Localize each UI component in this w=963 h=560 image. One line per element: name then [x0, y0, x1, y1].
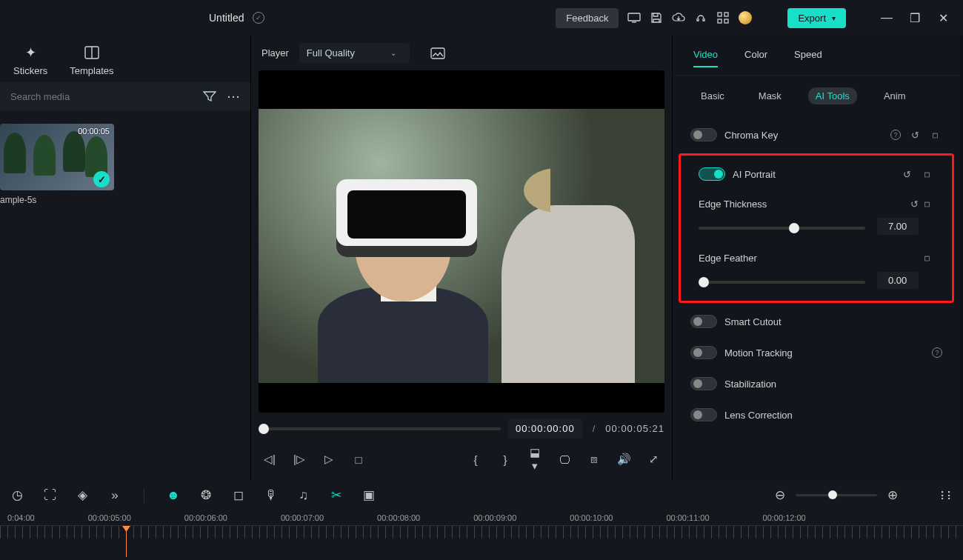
properties-panel: Video Color Speed Basic Mask AI Tools An…	[673, 36, 960, 480]
search-input[interactable]	[10, 91, 193, 102]
subtab-basic[interactable]: Basic	[693, 87, 732, 104]
media-clip[interactable]: 00:00:05 ample-5s	[0, 124, 250, 205]
keyframe-icon[interactable]: ◇	[918, 248, 936, 267]
tab-video[interactable]: Video	[693, 49, 718, 67]
info-icon[interactable]: ?	[890, 130, 901, 140]
templates-icon	[84, 44, 100, 61]
reset-icon[interactable]: ↺	[900, 167, 913, 181]
timeline-ruler[interactable]: 0:04:00 00:00:05:00 00:00:06:00 00:00:07…	[0, 510, 963, 525]
save-icon[interactable]	[650, 11, 663, 24]
marker-icon[interactable]: ◻	[232, 487, 245, 503]
svg-rect-4	[718, 19, 722, 23]
motion-tracking-toggle[interactable]	[690, 346, 717, 359]
current-time: 00:00:00:00	[508, 419, 582, 439]
zoom-out-button[interactable]: ⊖	[773, 487, 787, 503]
tab-color[interactable]: Color	[744, 49, 767, 67]
tab-stickers[interactable]: ✦ Stickers	[13, 44, 47, 76]
svg-rect-2	[718, 13, 722, 16]
zoom-slider[interactable]	[796, 494, 877, 496]
applied-badge-icon	[93, 171, 110, 187]
subtab-anim[interactable]: Anim	[876, 87, 913, 104]
color-wheel-icon[interactable]: ❂	[199, 487, 213, 503]
edge-thickness-value[interactable]: 7.00	[877, 218, 919, 235]
svg-rect-5	[724, 19, 728, 23]
export-button[interactable]: Export▾	[787, 8, 846, 28]
chevron-down-icon: ⌄	[390, 49, 396, 57]
list-view-icon[interactable]: ⫶⫶	[939, 488, 953, 503]
stickers-icon: ✦	[22, 44, 39, 61]
split-icon[interactable]: ✂	[330, 487, 343, 503]
edge-thickness-slider[interactable]	[699, 227, 865, 230]
speed-icon[interactable]: ◈	[76, 487, 89, 503]
chevron-down-icon: ▾	[832, 14, 836, 22]
preview-viewport[interactable]	[259, 70, 664, 413]
crop-icon[interactable]: ⛶	[43, 488, 56, 503]
timeline: ◷ ⛶ ◈ » ☻ ❂ ◻ 🎙 ♫ ✂ ▣ ⊖ ⊕ ⫶⫶ 0:04:00 00:…	[0, 480, 963, 560]
player-label: Player	[261, 47, 289, 59]
avatar-icon[interactable]	[739, 11, 752, 24]
zoom-in-button[interactable]: ⊕	[886, 487, 899, 503]
play-button[interactable]: ▷	[322, 453, 336, 466]
scrubber[interactable]	[259, 427, 501, 430]
edge-feather-slider[interactable]	[699, 281, 865, 284]
expand-icon[interactable]: »	[108, 488, 121, 503]
media-library: ✦ Stickers Templates ⋯ 00:00:05 ample-5s	[0, 36, 250, 480]
cloud-icon[interactable]	[672, 11, 685, 24]
keyframe-icon[interactable]: ◇	[918, 164, 936, 183]
duration: 00:00:05:21	[605, 423, 664, 434]
ratio-icon[interactable]: ⬓ ▾	[528, 446, 542, 473]
close-button[interactable]: ✕	[938, 13, 948, 23]
reset-icon[interactable]: ↺	[908, 128, 922, 141]
stop-button[interactable]: □	[352, 453, 365, 466]
display-icon[interactable]: 🖵	[558, 453, 571, 466]
snapshot-icon[interactable]	[430, 47, 445, 59]
project-title: Untitled	[209, 12, 244, 24]
svg-rect-3	[724, 13, 728, 16]
mic-icon[interactable]: 🎙	[264, 488, 278, 503]
device-icon[interactable]	[627, 11, 641, 24]
apps-icon[interactable]	[716, 11, 730, 24]
svg-rect-8	[431, 48, 444, 59]
chroma-key-toggle[interactable]	[690, 128, 717, 141]
titlebar: Untitled ✓ Feedback Export▾ — ❐ ✕	[0, 0, 963, 36]
subtab-mask[interactable]: Mask	[751, 87, 789, 104]
maximize-button[interactable]: ❐	[910, 13, 920, 23]
keyframe-icon[interactable]: ◇	[926, 125, 944, 144]
camera-icon[interactable]: ⧇	[587, 453, 601, 466]
fullscreen-icon[interactable]: ⤢	[647, 453, 660, 466]
volume-icon[interactable]: 🔊	[617, 453, 630, 466]
quality-select[interactable]: Full Quality⌄	[299, 43, 410, 63]
clip-name: ample-5s	[0, 195, 250, 205]
mark-out-icon[interactable]: }	[499, 453, 512, 466]
edge-feather-value[interactable]: 0.00	[877, 272, 919, 289]
smart-cutout-toggle[interactable]	[690, 315, 717, 328]
save-state-icon: ✓	[253, 12, 264, 24]
more-icon[interactable]: ⋯	[227, 88, 240, 104]
ai-face-icon[interactable]: ☻	[167, 488, 180, 503]
ai-portrait-group: AI Portrait ↺ ◇ Edge Thickness ↺ ◇ 7.00 …	[679, 153, 954, 303]
ai-portrait-toggle[interactable]	[699, 167, 725, 181]
feedback-button[interactable]: Feedback	[556, 8, 619, 28]
filter-icon[interactable]	[203, 90, 216, 102]
step-back-button[interactable]: |▷	[293, 453, 306, 466]
info-icon[interactable]: ?	[932, 347, 942, 358]
music-icon[interactable]: ♫	[297, 488, 310, 503]
preview-panel: Player Full Quality⌄ 00:00:00:00 / 00:00…	[250, 36, 673, 480]
group-icon[interactable]: ▣	[362, 487, 376, 503]
subtab-ai-tools[interactable]: AI Tools	[808, 87, 857, 104]
keyframe-icon[interactable]: ◇	[918, 194, 936, 213]
tab-speed[interactable]: Speed	[794, 49, 822, 67]
mark-in-icon[interactable]: {	[469, 453, 482, 466]
stabilization-toggle[interactable]	[690, 377, 717, 390]
clip-duration: 00:00:05	[78, 127, 110, 136]
tab-templates[interactable]: Templates	[70, 44, 113, 76]
minimize-button[interactable]: —	[882, 13, 892, 23]
timer-icon[interactable]: ◷	[10, 487, 24, 503]
prev-frame-button[interactable]: ◁|	[263, 453, 276, 466]
svg-rect-0	[628, 13, 640, 21]
support-icon[interactable]	[694, 11, 707, 24]
lens-correction-toggle[interactable]	[690, 408, 717, 421]
playhead[interactable]	[126, 530, 127, 557]
